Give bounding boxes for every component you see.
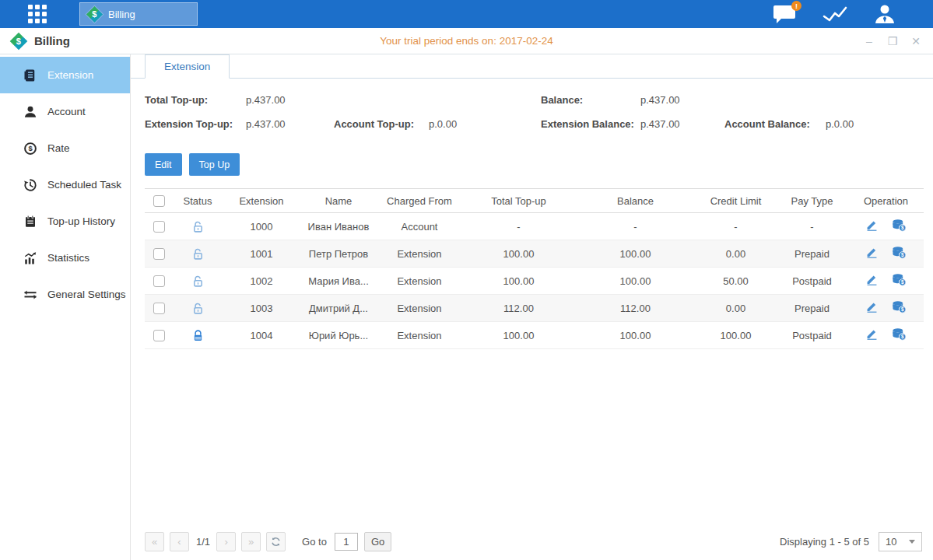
- cell-pay-type: Prepaid: [776, 240, 848, 268]
- cell-total-topup: -: [462, 213, 575, 240]
- tabstrip: Extension: [131, 54, 933, 79]
- top-up-row-icon[interactable]: $: [892, 300, 907, 316]
- status-lock-icon: [191, 219, 205, 231]
- sidebar-item-label: Account: [47, 106, 86, 117]
- topbar: $ Billing !: [0, 0, 933, 28]
- top-up-row-icon[interactable]: $: [892, 246, 907, 261]
- top-up-row-icon[interactable]: $: [892, 327, 907, 343]
- edit-row-icon[interactable]: [865, 219, 879, 234]
- row-checkbox[interactable]: [153, 275, 165, 287]
- pagination-bar: « ‹ 1/1 › » Go to Go Displaying: [145, 523, 922, 560]
- maximize-button[interactable]: ❒: [886, 35, 899, 47]
- cell-credit-limit: 100.00: [696, 322, 776, 349]
- cell-name: Иван Иванов: [300, 213, 377, 240]
- close-button[interactable]: ✕: [910, 35, 922, 47]
- unlocked-icon: [191, 247, 205, 261]
- sidebar-item-label: Scheduled Task: [47, 179, 121, 191]
- messages-icon[interactable]: !: [773, 4, 796, 24]
- sidebar-item-statistics[interactable]: Statistics: [0, 240, 130, 276]
- window-title: Billing: [34, 34, 70, 47]
- page-indicator: 1/1: [196, 536, 210, 548]
- app-grid-icon[interactable]: [28, 5, 47, 23]
- unlocked-icon: [191, 302, 205, 315]
- billing-diamond-icon: $: [86, 5, 103, 22]
- col-balance: Balance: [575, 189, 696, 213]
- sidebar-item-label: Top-up History: [47, 215, 115, 227]
- select-all-checkbox[interactable]: [153, 195, 165, 207]
- col-charged-from: Charged From: [377, 189, 462, 213]
- cell-name: Дмитрий Д...: [300, 295, 377, 322]
- col-pay-type: Pay Type: [776, 189, 848, 213]
- cell-total-topup: 100.00: [462, 268, 575, 295]
- edit-button[interactable]: Edit: [145, 153, 182, 176]
- table-row: 1001 Петр Петров Extension 100.00 100.00…: [145, 240, 924, 268]
- tab-extension[interactable]: Extension: [145, 54, 230, 79]
- cell-extension: 1003: [223, 295, 300, 322]
- extension-topup-value: p.437.00: [246, 118, 286, 130]
- goto-page-input[interactable]: [335, 533, 358, 551]
- main-panel: Extension Total Top-up: p.437.00 Balance…: [131, 54, 933, 560]
- row-checkbox[interactable]: [153, 221, 165, 233]
- go-button[interactable]: Go: [364, 532, 391, 551]
- ledger-icon: [23, 68, 37, 82]
- prev-page-button[interactable]: ‹: [170, 532, 189, 551]
- total-topup-value: p.437.00: [246, 94, 286, 106]
- col-operation: Operation: [848, 189, 924, 213]
- col-total-topup: Total Top-up: [462, 189, 575, 213]
- statistics-icon[interactable]: [823, 4, 847, 24]
- cell-extension: 1000: [223, 213, 300, 240]
- svg-text:$: $: [901, 279, 904, 285]
- unlocked-icon: [191, 275, 205, 288]
- row-checkbox[interactable]: [153, 330, 165, 341]
- history-clock-icon: [23, 178, 37, 192]
- top-up-row-icon[interactable]: $: [892, 219, 907, 234]
- sidebar-item-extension[interactable]: Extension: [0, 57, 130, 93]
- sidebar-item-general-settings[interactable]: General Settings: [0, 276, 130, 313]
- col-credit-limit: Credit Limit: [696, 189, 776, 213]
- taskbar-tab-billing[interactable]: $ Billing: [79, 2, 198, 26]
- edit-row-icon[interactable]: [865, 300, 879, 316]
- cell-credit-limit: 50.00: [696, 268, 776, 295]
- table-row: 1003 Дмитрий Д... Extension 112.00 112.0…: [145, 295, 924, 322]
- cell-credit-limit: -: [696, 213, 776, 240]
- refresh-icon[interactable]: [266, 532, 286, 551]
- first-page-button[interactable]: «: [145, 532, 164, 551]
- svg-text:$: $: [901, 225, 904, 231]
- sidebar-item-account[interactable]: Account: [0, 93, 130, 130]
- cell-credit-limit: 0.00: [696, 240, 776, 268]
- row-checkbox[interactable]: [153, 303, 165, 314]
- cell-pay-type: Postpaid: [776, 268, 848, 295]
- sidebar-item-rate[interactable]: $ Rate: [0, 130, 130, 166]
- next-page-button[interactable]: ›: [216, 532, 236, 551]
- edit-row-icon[interactable]: [865, 273, 879, 289]
- cell-balance: 100.00: [575, 268, 696, 295]
- last-page-button[interactable]: »: [241, 532, 261, 551]
- edit-row-icon[interactable]: [865, 246, 879, 261]
- extension-balance-label: Extension Balance:: [541, 118, 634, 130]
- account-balance-value: p.0.00: [826, 118, 854, 130]
- user-icon[interactable]: [874, 3, 896, 25]
- cell-balance: 100.00: [575, 240, 696, 268]
- sidebar-item-topup-history[interactable]: Top-up History: [0, 203, 130, 240]
- account-topup-value: p.0.00: [429, 118, 457, 130]
- svg-text:$: $: [901, 334, 904, 340]
- svg-text:$: $: [901, 306, 904, 313]
- cell-charged-from: Account: [377, 213, 462, 240]
- table-row: 1002 Мария Ива... Extension 100.00 100.0…: [145, 268, 924, 295]
- edit-row-icon[interactable]: [865, 327, 879, 343]
- table-row: 1004 Юрий Юрь... Extension 100.00 100.00…: [145, 322, 924, 349]
- minimize-button[interactable]: –: [863, 35, 875, 47]
- sidebar: Extension Account $ Rate Scheduled Task: [0, 54, 131, 560]
- sidebar-item-label: Statistics: [47, 252, 89, 264]
- cell-balance: 100.00: [575, 322, 696, 349]
- col-extension: Extension: [223, 189, 300, 213]
- balance-summary: Total Top-up: p.437.00 Balance: p.437.00…: [145, 86, 922, 144]
- top-up-button[interactable]: Top Up: [189, 153, 240, 176]
- top-up-row-icon[interactable]: $: [892, 273, 907, 289]
- cell-total-topup: 100.00: [462, 322, 575, 349]
- cell-credit-limit: 0.00: [696, 295, 776, 322]
- sidebar-item-scheduled-task[interactable]: Scheduled Task: [0, 166, 130, 203]
- row-checkbox[interactable]: [153, 248, 165, 260]
- page-size-select[interactable]: 10: [879, 532, 922, 551]
- account-topup-label: Account Top-up:: [334, 118, 414, 130]
